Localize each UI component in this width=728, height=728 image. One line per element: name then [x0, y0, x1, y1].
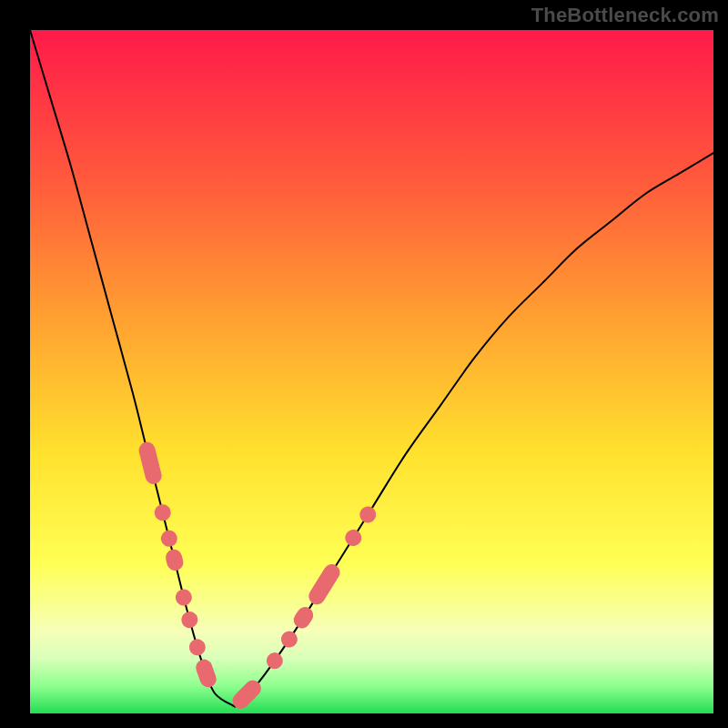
data-marker — [164, 548, 185, 572]
data-marker — [137, 440, 164, 486]
data-marker — [306, 561, 343, 608]
data-marker — [194, 657, 219, 690]
watermark-text: TheBottleneck.com — [531, 4, 719, 27]
chart-plot-area — [30, 30, 713, 713]
data-marker — [174, 588, 194, 608]
data-marker — [290, 604, 316, 632]
data-marker — [179, 610, 199, 630]
data-marker — [357, 503, 379, 526]
data-marker — [263, 650, 286, 672]
chart-svg — [30, 30, 713, 713]
data-marker — [159, 529, 179, 549]
data-marker — [278, 628, 300, 651]
data-marker — [342, 527, 365, 550]
data-markers — [137, 440, 379, 713]
data-marker — [153, 502, 173, 522]
data-marker — [187, 637, 207, 657]
curve-descending — [30, 30, 235, 706]
